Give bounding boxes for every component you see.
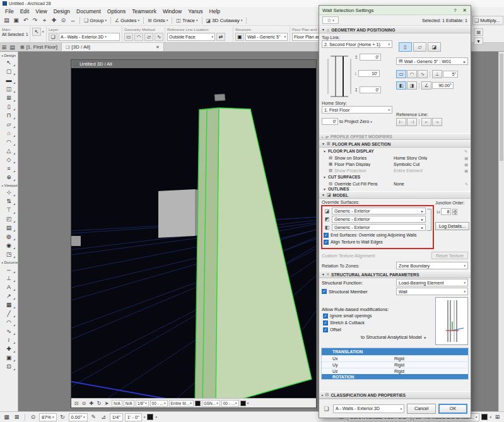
current-tool-arrow-icon[interactable]: ↖ bbox=[32, 28, 41, 36]
menu-file[interactable]: File bbox=[2, 8, 17, 15]
section-tool-icon[interactable]: ⇅ bbox=[2, 197, 16, 206]
refline-inside-button[interactable]: ⊣ bbox=[407, 118, 417, 126]
base-offset-field[interactable]: 0' bbox=[322, 118, 338, 125]
section-structural[interactable]: ▼ ⌗ STRUCTURAL ANALYTICAL PARAMETERS bbox=[319, 271, 471, 278]
fill-tool-icon[interactable]: ▦ bbox=[2, 300, 16, 309]
checkbox-checked-icon[interactable]: ✓ bbox=[323, 327, 328, 332]
line-tool-icon[interactable]: ╱ bbox=[2, 309, 16, 318]
straight-wall-icon[interactable]: ▭ bbox=[124, 33, 133, 41]
column-tool-icon[interactable]: ▯ bbox=[2, 102, 16, 111]
straight-wall-type-button[interactable]: ▯ bbox=[399, 42, 412, 52]
tab-first-floor[interactable]: ▦ [1. First Floor] bbox=[16, 43, 62, 51]
roof-tool-icon[interactable]: ⌂ bbox=[2, 129, 16, 138]
mesh-tool-icon[interactable]: △ bbox=[2, 146, 16, 155]
spin-down-icon[interactable]: ▼ bbox=[452, 212, 457, 215]
drawing-tool-icon[interactable]: ⊡ bbox=[2, 362, 16, 371]
table-row[interactable]: Ux Rigid bbox=[322, 355, 468, 361]
tab-list-icon[interactable]: ▤ bbox=[8, 43, 16, 51]
menu-help[interactable]: Help bbox=[206, 8, 223, 15]
angle-status-icon[interactable]: ⊿ bbox=[100, 413, 108, 421]
wall-favorite-select[interactable]: ▤ Wall - Generic 5" : W01 ▸ bbox=[396, 57, 468, 65]
redo-icon[interactable]: ↷ bbox=[30, 16, 40, 25]
bottom-offset-field[interactable]: 0' bbox=[360, 86, 381, 93]
relation-to-zones-select[interactable]: Zone Boundary ▾ bbox=[396, 262, 468, 269]
junction-stepper[interactable]: ▲▼ bbox=[452, 209, 457, 215]
cut-surfaces-subheader[interactable]: ▼ CUT SURFACES bbox=[319, 173, 471, 180]
surface-select-1[interactable]: Generic - Exterior▸ bbox=[332, 208, 426, 214]
outlines-subheader[interactable]: ▼ OUTLINES bbox=[319, 187, 471, 191]
section-geometry[interactable]: ▼ ⌂ GEOMETRY AND POSITIONING bbox=[319, 26, 471, 33]
menu-window[interactable]: Window bbox=[160, 8, 185, 15]
junction-order-field[interactable]: 8 bbox=[441, 208, 451, 215]
walk-icon[interactable]: ➤ bbox=[103, 399, 110, 407]
pen-color-chip[interactable] bbox=[240, 401, 246, 406]
dialog-titlebar[interactable]: Wall Selection Settings ? ✕ bbox=[319, 6, 471, 15]
ignore-openings-checkbox-row[interactable]: ✓ Ignore small openings bbox=[319, 312, 425, 319]
structural-member-label[interactable]: Structural Member bbox=[329, 289, 394, 295]
show-on-stories-row[interactable]: ▤Show on Stories Home Story Only ▦ bbox=[319, 155, 471, 161]
section-floorplan[interactable]: ▼ ⊞ FLOOR PLAN AND SECTION bbox=[319, 140, 471, 148]
pen-color-chip[interactable] bbox=[147, 414, 153, 420]
table-row[interactable]: Uz Rigid bbox=[322, 368, 468, 374]
worksheet-tool-icon[interactable]: ▤ bbox=[2, 223, 16, 232]
checkbox-checked-icon[interactable]: ✓ bbox=[324, 240, 329, 245]
structure-select[interactable]: Wall - Generic 5" ▾ bbox=[245, 33, 288, 41]
fit-in-window-icon[interactable]: ⊡ bbox=[73, 399, 80, 407]
section-classification[interactable]: ▸ ⊟ CLASSIFICATION AND PROPERTIES bbox=[319, 391, 471, 399]
elevation-tool-icon[interactable]: ⊤ bbox=[2, 206, 16, 214]
slanted-wall-type-button[interactable]: ▱ bbox=[413, 42, 426, 52]
log-details-button[interactable]: Log Details... bbox=[435, 222, 469, 230]
scrollbar-thumb[interactable] bbox=[500, 54, 503, 161]
stretch-cutback-checkbox-row[interactable]: ✓ Stretch & Cutback bbox=[319, 319, 425, 326]
checkbox-checked-icon[interactable]: ✓ bbox=[323, 314, 328, 319]
menu-view[interactable]: View bbox=[32, 8, 50, 15]
arc-tool-icon[interactable]: ◠ bbox=[2, 318, 16, 327]
structural-member-select[interactable]: Wall ▾ bbox=[396, 288, 468, 295]
palette-section-document[interactable]: ◂Document bbox=[0, 259, 18, 265]
camera-tool-icon[interactable]: ◉ bbox=[2, 241, 16, 250]
layer-icon[interactable]: ❏ bbox=[49, 33, 57, 41]
inject-parameters-icon[interactable]: ✚ bbox=[49, 16, 59, 25]
composite-structure-button[interactable]: ◠ bbox=[407, 70, 417, 78]
door-tool-icon[interactable]: ◫ bbox=[2, 85, 16, 93]
close-icon[interactable]: ✕ bbox=[460, 6, 469, 14]
refline-outside-button[interactable]: ⊢ bbox=[396, 118, 406, 126]
right-toolbar-grid-icon[interactable]: ⊞ bbox=[474, 28, 483, 36]
rotation-angle-select[interactable]: 0.00°▾ bbox=[69, 413, 88, 421]
tab-overview-icon[interactable]: ⊞ bbox=[0, 43, 8, 51]
override-cut-fill-row[interactable]: ▨Override Cut Fill Pens None ✎ bbox=[319, 180, 471, 187]
trace-menu[interactable]: ◫Trace▾ bbox=[174, 16, 199, 25]
surface-select-2[interactable]: Generic - Exterior▸ bbox=[332, 216, 426, 223]
shell-tool-icon[interactable]: ◠ bbox=[2, 138, 16, 146]
home-story-select[interactable]: 1. First Floor ▾ bbox=[322, 106, 392, 114]
cancel-button[interactable]: Cancel bbox=[407, 404, 436, 414]
save-icon[interactable]: ▣ bbox=[11, 16, 21, 25]
floorplan-display-row[interactable]: ▦Floor Plan Display Symbolic Cut ▦ bbox=[319, 161, 471, 167]
label-tool-icon[interactable]: ↗ bbox=[2, 291, 16, 300]
measure-icon[interactable]: ↔ bbox=[68, 16, 78, 25]
viewport-structure-display-select[interactable]: Entire M...▾ bbox=[169, 400, 194, 407]
pan-icon[interactable]: ✚ bbox=[88, 399, 95, 407]
show-projection-row[interactable]: ▥Show Projection Entire Element ▦ bbox=[319, 167, 471, 173]
checkbox-checked-icon[interactable]: ✓ bbox=[323, 320, 328, 325]
menu-options[interactable]: Options bbox=[104, 8, 129, 15]
top-offset-field[interactable]: 0' bbox=[360, 54, 381, 61]
top-link-select[interactable]: 2. Second Floor (Home + 1) ▾ bbox=[322, 40, 392, 48]
viewport-scene[interactable] bbox=[71, 68, 316, 398]
text-tool-icon[interactable]: A bbox=[2, 283, 16, 291]
viewport-scale-select[interactable]: 1/8"▾ bbox=[136, 400, 149, 407]
group-menu[interactable]: ❏Group▾ bbox=[82, 16, 108, 25]
figure-tool-icon[interactable]: ▣ bbox=[2, 353, 16, 362]
find-select-icon[interactable]: ⊙ bbox=[59, 16, 68, 25]
reset-texture-button[interactable]: Reset Texture bbox=[431, 252, 468, 259]
viewport-titlebar[interactable]: ❏ Untitled 3D / All bbox=[71, 60, 316, 68]
spline-tool-icon[interactable]: ≀ bbox=[2, 336, 16, 344]
level-dimension-tool-icon[interactable]: ⊥ bbox=[2, 274, 16, 283]
close-tab-icon[interactable]: ✕ bbox=[156, 45, 160, 50]
viewport-penset-select[interactable]: GSN...▾ bbox=[202, 400, 220, 407]
structure-type-icon[interactable]: ▣ bbox=[235, 33, 244, 41]
tab-3d-all[interactable]: ❏ [3D / All] ✕ bbox=[62, 43, 164, 51]
3d-document-tool-icon[interactable]: ◳ bbox=[2, 250, 16, 259]
straight-profile-button[interactable]: ◧ bbox=[396, 81, 406, 90]
section-profile-offset[interactable]: ▸ ▱ PROFILE OFFSET MODIFIERS bbox=[319, 133, 471, 140]
